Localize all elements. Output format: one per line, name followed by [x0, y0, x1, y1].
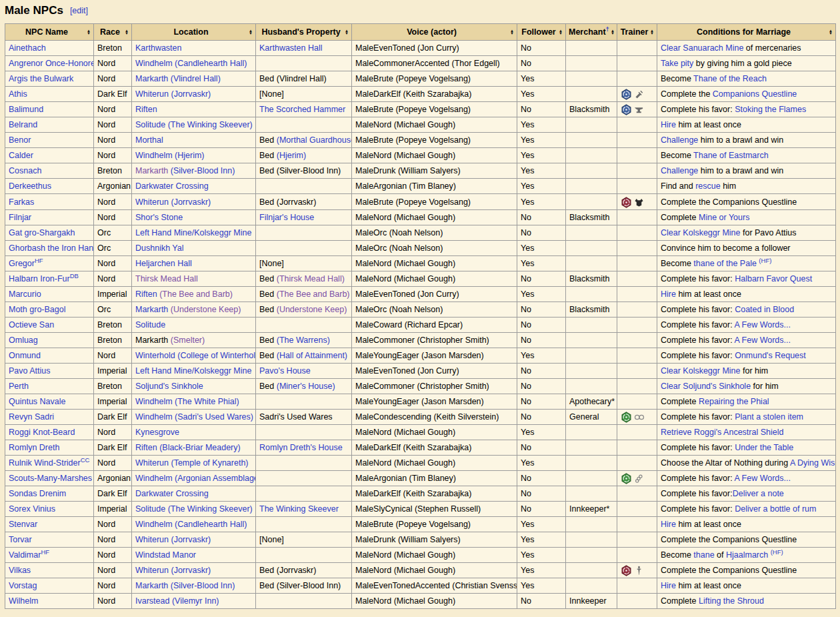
wiki-link[interactable]: CC	[81, 456, 90, 464]
wiki-link[interactable]: Ainethach	[9, 43, 46, 53]
wiki-link[interactable]: Windhelm (The White Phial)	[135, 397, 239, 406]
wiki-link[interactable]: A Few Words...	[734, 320, 791, 330]
wiki-link[interactable]: Romlyn Dreth	[9, 443, 59, 452]
wiki-link[interactable]: (HF)	[759, 256, 771, 263]
wiki-link[interactable]: Argis the Bulwark	[9, 74, 73, 83]
wiki-link[interactable]: Markarth	[135, 305, 168, 314]
wiki-link[interactable]: Octieve San	[9, 320, 54, 330]
wiki-link[interactable]: Thane of Eastmarch	[693, 151, 769, 160]
wiki-link[interactable]: (Miner's House)	[277, 382, 335, 391]
wiki-link[interactable]: Ghorbash the Iron Hand	[9, 243, 94, 253]
wiki-link[interactable]: Hire	[661, 581, 676, 590]
wiki-link[interactable]: Onmund	[9, 351, 41, 360]
wiki-link[interactable]: The Winking Skeever	[259, 504, 339, 514]
wiki-link[interactable]: (Smelter)	[171, 336, 205, 345]
wiki-link[interactable]: Plant a stolen item	[735, 412, 803, 422]
wiki-link[interactable]: Dushnikh Yal	[135, 243, 184, 253]
wiki-link[interactable]: Mine or Yours	[699, 213, 749, 222]
wiki-link[interactable]: Sondas Drenim	[9, 489, 66, 498]
wiki-link[interactable]: (Morthal Guardhouse)	[277, 135, 352, 145]
wiki-link[interactable]: Pavo Attius	[9, 366, 51, 376]
wiki-link[interactable]: Hire	[661, 289, 676, 299]
sort-icon[interactable]: ▲▼	[650, 29, 654, 35]
wiki-link[interactable]: Soljund's Sinkhole	[135, 382, 203, 391]
column-header-follower[interactable]: Follower▲▼	[517, 24, 566, 41]
column-header-property[interactable]: Husband's Property▲▼	[256, 24, 352, 41]
wiki-link[interactable]: HF	[35, 256, 43, 263]
wiki-link[interactable]: (Understone Keep)	[277, 305, 347, 314]
wiki-link[interactable]: Angrenor Once-Honored	[9, 59, 94, 68]
wiki-link[interactable]: Filnjar's House	[259, 213, 314, 222]
wiki-link[interactable]: Vorstag	[9, 581, 37, 590]
wiki-link[interactable]: Kynesgrove	[135, 428, 179, 437]
wiki-link[interactable]: Whiterun (Jorrvaskr)	[135, 89, 211, 99]
wiki-link[interactable]: Sorex Vinius	[9, 504, 55, 514]
sort-icon[interactable]: ▲▼	[87, 29, 91, 35]
column-header-race[interactable]: Race▲▼	[94, 24, 132, 41]
wiki-link[interactable]: (The Warrens)	[277, 336, 330, 345]
wiki-link[interactable]: The Scorched Hammer	[259, 105, 345, 114]
wiki-link[interactable]: Markarth	[135, 166, 168, 175]
sort-icon[interactable]: ▲▼	[559, 29, 563, 35]
wiki-link[interactable]: Whiterun (Jorrvaskr)	[135, 197, 211, 207]
wiki-link[interactable]: Under the Table	[735, 443, 793, 452]
wiki-link[interactable]: (Silver-Blood Inn)	[171, 166, 235, 175]
wiki-link[interactable]: Windhelm (Candlehearth Hall)	[135, 59, 247, 68]
wiki-link[interactable]: †	[606, 25, 609, 33]
wiki-link[interactable]: Solitude (The Winking Skeever)	[135, 120, 253, 129]
wiki-link[interactable]: Riften (Black-Briar Meadery)	[135, 443, 241, 452]
wiki-link[interactable]: Darkwater Crossing	[135, 181, 209, 191]
wiki-link[interactable]: Benor	[9, 135, 31, 145]
column-header-merchant[interactable]: Merchant†▲▼	[566, 24, 617, 41]
wiki-link[interactable]: Derkeethus	[9, 181, 51, 191]
wiki-link[interactable]: Whiterun (Jorrvaskr)	[135, 535, 211, 544]
sort-icon[interactable]: ▲▼	[125, 29, 129, 35]
wiki-link[interactable]: Markarth (Vlindrel Hall)	[135, 74, 221, 83]
wiki-link[interactable]: Take pity	[661, 59, 693, 68]
wiki-link[interactable]: Belrand	[9, 120, 37, 129]
wiki-link[interactable]: Halbarn Iron-Fur	[9, 274, 70, 283]
wiki-link[interactable]: Marcurio	[9, 289, 41, 299]
wiki-link[interactable]: Balimund	[9, 105, 43, 114]
wiki-link[interactable]: Onmund's Request	[735, 351, 806, 360]
wiki-link[interactable]: Gat gro-Shargakh	[9, 228, 75, 237]
wiki-link[interactable]: Deliver a note	[733, 489, 784, 498]
wiki-link[interactable]: A Dying Wish	[790, 458, 836, 468]
wiki-link[interactable]: Darkwater Crossing	[135, 489, 209, 498]
wiki-link[interactable]: Deliver a bottle of rum	[735, 504, 816, 514]
wiki-link[interactable]: Windhelm (Sadri's Used Wares)	[135, 412, 253, 422]
wiki-link[interactable]: Calder	[9, 151, 33, 160]
wiki-link[interactable]: Gregor	[9, 259, 35, 268]
wiki-link[interactable]: Clear Sanuarach Mine	[661, 43, 743, 53]
wiki-link[interactable]: rescue	[695, 181, 721, 191]
edit-link[interactable]: [edit]	[70, 6, 88, 15]
wiki-link[interactable]: Hire	[661, 520, 676, 529]
column-header-conditions[interactable]: Conditions for Marriage▲▼	[657, 24, 836, 41]
wiki-link[interactable]: Whiterun (Temple of Kynareth)	[135, 458, 249, 468]
wiki-link[interactable]: HF	[41, 548, 49, 556]
column-header-trainer[interactable]: Trainer▲▼	[617, 24, 657, 41]
wiki-link[interactable]: Markarth (Silver-Blood Inn)	[135, 581, 235, 590]
wiki-link[interactable]: Riften	[135, 105, 157, 114]
wiki-link[interactable]: A Few Words...	[734, 474, 791, 483]
wiki-link[interactable]: Winterhold (College of Winterhold)	[135, 351, 256, 360]
wiki-link[interactable]: Farkas	[9, 197, 34, 207]
wiki-link[interactable]: Vilkas	[9, 566, 31, 575]
sort-icon[interactable]: ▲▼	[829, 29, 833, 35]
wiki-link[interactable]: Filnjar	[9, 213, 31, 222]
sort-icon[interactable]: ▲▼	[611, 29, 615, 35]
wiki-link[interactable]: Hire	[661, 120, 676, 129]
sort-icon[interactable]: ▲▼	[249, 29, 253, 35]
wiki-link[interactable]: Clear Soljund's Sinkhole	[661, 382, 751, 391]
wiki-link[interactable]: Revyn Sadri	[9, 412, 54, 422]
wiki-link[interactable]: (Understone Keep)	[171, 305, 241, 314]
wiki-link[interactable]: Challenge	[661, 135, 698, 145]
wiki-link[interactable]: Cosnach	[9, 166, 41, 175]
column-header-name[interactable]: NPC Name▲▼	[5, 24, 94, 41]
wiki-link[interactable]: Hjaalmarch	[726, 550, 768, 560]
wiki-link[interactable]: Valdimar	[9, 550, 41, 560]
wiki-link[interactable]: Rulnik Wind-Strider	[9, 458, 81, 468]
wiki-link[interactable]: Romlyn Dreth's House	[259, 443, 343, 452]
wiki-link[interactable]: (HF)	[771, 548, 783, 556]
wiki-link[interactable]: Repairing the Phial	[699, 397, 769, 406]
